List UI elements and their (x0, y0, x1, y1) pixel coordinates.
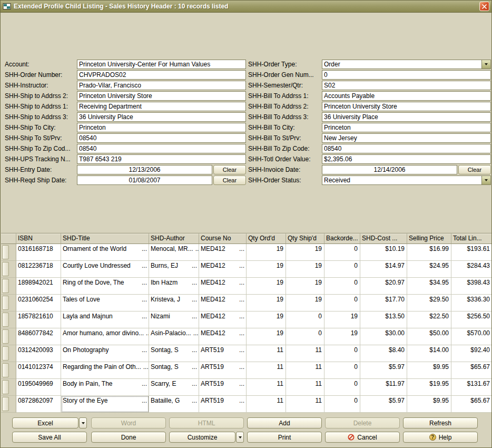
shd-title-cell[interactable]: Regarding the Pain of Oth...... (61, 362, 149, 379)
backorde-cell[interactable]: 19 (324, 328, 360, 345)
backorde-cell[interactable]: 0 (324, 278, 360, 295)
shd-author-cell[interactable]: Sontag, S... (149, 362, 199, 379)
backorde-cell[interactable]: 0 (324, 379, 360, 396)
shh-reqd-ship-date-field[interactable]: 01/08/2007 (77, 176, 212, 185)
row-selector[interactable] (2, 363, 9, 377)
total-lin-cell[interactable]: $65.67 (451, 362, 492, 379)
isbn-cell[interactable]: 1857821610 (16, 311, 61, 328)
course-no-cell[interactable]: MED412... (199, 311, 247, 328)
course-no-cell[interactable]: MED412... (199, 328, 247, 345)
total-lin-cell[interactable]: $193.61 (451, 244, 492, 261)
col-header-qty-ship-d[interactable]: Qty Ship'd (286, 233, 324, 244)
shh-order-gen-num-field[interactable]: 0 (322, 70, 491, 80)
ellipsis-indicator[interactable]: ... (140, 380, 147, 387)
qty-ord-d-cell[interactable]: 11 (247, 379, 286, 396)
excel-dropdown-arrow[interactable] (79, 417, 87, 428)
ellipsis-indicator[interactable]: ... (193, 245, 199, 252)
col-header-selling-price[interactable]: Selling Price (407, 233, 451, 244)
row-selector[interactable] (2, 262, 9, 276)
isbn-cell[interactable]: 0812236718 (16, 261, 61, 278)
selling-price-cell[interactable]: $16.99 (407, 244, 451, 261)
qty-ship-d-cell[interactable]: 11 (286, 396, 324, 413)
isbn-cell[interactable]: 8486077842 (16, 328, 61, 345)
row-selector[interactable] (2, 279, 9, 293)
shd-author-cell[interactable]: Bataille, G... (149, 396, 199, 413)
ellipsis-indicator[interactable]: ... (190, 262, 197, 269)
col-header-shd-title[interactable]: SHD-Title (61, 233, 149, 244)
selling-price-cell[interactable]: $9.95 (407, 362, 451, 379)
course-no-cell[interactable]: ART519... (199, 345, 247, 362)
ellipsis-indicator[interactable]: ... (237, 245, 244, 252)
shh-ship-to-addrss-1-field[interactable]: Receiving Department (77, 102, 246, 111)
qty-ord-d-cell[interactable]: 19 (247, 261, 286, 278)
row-selector[interactable] (2, 329, 9, 344)
row-selector[interactable] (2, 296, 9, 310)
shd-cost-cell[interactable]: $11.97 (360, 379, 407, 396)
col-header-shd-cost[interactable]: SHD-Cost ... (360, 233, 407, 244)
qty-ord-d-cell[interactable]: 19 (247, 295, 286, 311)
backorde-cell[interactable]: 19 (324, 311, 360, 328)
qty-ord-d-cell[interactable]: 19 (247, 311, 286, 328)
total-lin-cell[interactable]: $65.67 (451, 396, 492, 413)
ellipsis-indicator[interactable]: ... (141, 363, 149, 371)
shh-ship-to-st-prv-field[interactable]: 08540 (77, 133, 246, 143)
shd-author-cell[interactable]: Burns, EJ... (149, 261, 199, 278)
customize-dropdown-arrow[interactable] (236, 432, 244, 443)
ellipsis-indicator[interactable]: ... (237, 262, 244, 269)
ellipsis-indicator[interactable]: ... (191, 329, 199, 337)
col-header-shd-author[interactable]: SHD-Author (149, 233, 199, 244)
total-lin-cell[interactable]: $284.43 (451, 261, 492, 278)
selling-price-cell[interactable]: $24.95 (407, 261, 451, 278)
qty-ord-d-cell[interactable]: 11 (247, 396, 286, 413)
ellipsis-indicator[interactable]: ... (237, 397, 244, 404)
qty-ord-d-cell[interactable]: 11 (247, 362, 286, 379)
qty-ord-d-cell[interactable]: 19 (247, 244, 286, 261)
total-lin-cell[interactable]: $92.40 (451, 345, 492, 362)
col-header-backorde[interactable]: Backorde... (324, 233, 360, 244)
shd-cost-cell[interactable]: $8.40 (360, 345, 407, 362)
backorde-cell[interactable]: 0 (324, 244, 360, 261)
backorde-cell[interactable]: 0 (324, 261, 360, 278)
course-no-cell[interactable]: MED412... (199, 295, 247, 311)
shh-order-type-dropdown[interactable]: Order (322, 60, 491, 69)
qty-ship-d-cell[interactable]: 19 (286, 261, 324, 278)
shh-semester-qtr-field[interactable]: S02 (322, 81, 491, 90)
qty-ship-d-cell[interactable]: 19 (286, 244, 324, 261)
qty-ship-d-cell[interactable]: 0 (286, 311, 324, 328)
shh-order-number-field[interactable]: CHVPRADOS02 (77, 70, 246, 80)
course-no-cell[interactable]: ART519... (199, 362, 247, 379)
shh-bill-to-addrss-2-field[interactable]: Princeton University Store (322, 102, 491, 111)
ellipsis-indicator[interactable]: ... (190, 363, 197, 371)
isbn-cell[interactable]: 0312420093 (16, 345, 61, 362)
course-no-cell[interactable]: MED412... (199, 261, 247, 278)
shh-reqd-ship-date-clear-button[interactable]: Clear (213, 176, 246, 185)
isbn-cell[interactable]: 0872862097 (16, 396, 61, 413)
account-field[interactable]: Princeton University-Center For Human Va… (77, 60, 246, 69)
shd-author-cell[interactable]: Menocal, MR...... (149, 244, 199, 261)
selling-price-cell[interactable]: $9.95 (407, 396, 451, 413)
refresh-button[interactable]: Refresh (403, 417, 478, 428)
selling-price-cell[interactable]: $19.95 (407, 379, 451, 396)
qty-ship-d-cell[interactable]: 19 (286, 295, 324, 311)
ellipsis-indicator[interactable]: ... (190, 397, 197, 404)
course-no-cell[interactable]: MED412... (199, 244, 247, 261)
chevron-down-icon[interactable] (481, 176, 490, 184)
row-selector[interactable] (2, 380, 9, 394)
shh-ship-to-city-field[interactable]: Princeton (77, 123, 246, 132)
row-selector[interactable] (2, 346, 9, 361)
shh-ups-tracking-n-field[interactable]: T987 6543 219 (77, 154, 246, 164)
row-selector[interactable] (2, 313, 9, 327)
ellipsis-indicator[interactable]: ... (237, 296, 244, 303)
ellipsis-indicator[interactable]: ... (237, 346, 244, 354)
shd-cost-cell[interactable]: $5.97 (360, 396, 407, 413)
shh-ship-to-zip-cod-field[interactable]: 08540 (77, 144, 246, 153)
ellipsis-indicator[interactable]: ... (190, 380, 197, 387)
ellipsis-indicator[interactable]: ... (190, 313, 197, 320)
backorde-cell[interactable]: 0 (324, 345, 360, 362)
shd-author-cell[interactable]: Sontag, S... (149, 345, 199, 362)
qty-ord-d-cell[interactable]: 19 (247, 328, 286, 345)
row-selector[interactable] (2, 245, 9, 259)
qty-ship-d-cell[interactable]: 0 (286, 328, 324, 345)
close-button[interactable] (479, 2, 489, 11)
shh-ship-to-addrss-2-field[interactable]: Princeton University Store (77, 91, 246, 101)
